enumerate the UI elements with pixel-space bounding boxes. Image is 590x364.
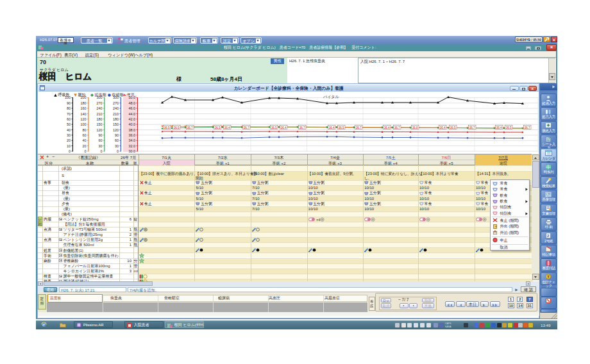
svg-text:270: 270 <box>97 101 103 105</box>
svg-text:140: 140 <box>81 112 87 116</box>
svg-text:34.0: 34.0 <box>129 138 136 142</box>
svg-text:36.5: 36.5 <box>215 126 221 129</box>
svg-text:90: 90 <box>115 133 119 137</box>
svg-text:20: 20 <box>67 138 71 142</box>
svg-text:32.0: 32.0 <box>129 144 136 148</box>
svg-text:120: 120 <box>113 128 119 132</box>
svg-text:60: 60 <box>99 138 103 142</box>
svg-text:240: 240 <box>97 106 103 110</box>
svg-text:48.0: 48.0 <box>129 101 136 105</box>
svg-text:0: 0 <box>101 149 103 153</box>
svg-text:200: 200 <box>81 95 87 99</box>
svg-text:46.0: 46.0 <box>129 106 136 110</box>
svg-text:36.5: 36.5 <box>271 126 277 129</box>
svg-text:100: 100 <box>65 95 71 99</box>
svg-text:36.4: 36.4 <box>329 126 335 129</box>
svg-text:90: 90 <box>99 133 103 137</box>
svg-text:36.5: 36.5 <box>174 126 180 129</box>
svg-text:0: 0 <box>69 149 71 153</box>
svg-text:36.5: 36.5 <box>450 126 456 129</box>
svg-text:60: 60 <box>115 138 119 142</box>
svg-text:300: 300 <box>97 95 103 99</box>
svg-text:36.7: 36.7 <box>299 126 305 129</box>
svg-text:60: 60 <box>83 133 87 137</box>
svg-text:70: 70 <box>67 112 71 116</box>
svg-text:0: 0 <box>85 149 87 153</box>
svg-text:270: 270 <box>113 101 119 105</box>
svg-text:36.7: 36.7 <box>525 126 530 129</box>
svg-text:44.0: 44.0 <box>129 112 136 116</box>
svg-text:20: 20 <box>83 144 87 148</box>
svg-text:36.4: 36.4 <box>440 126 446 129</box>
svg-text:30.0: 30.0 <box>129 149 136 153</box>
svg-text:120: 120 <box>97 128 103 132</box>
svg-text:×4: ×4 <box>316 217 320 221</box>
svg-text:150: 150 <box>113 122 119 126</box>
svg-text:36.5: 36.5 <box>339 126 344 129</box>
svg-text:36.5: 36.5 <box>506 126 512 129</box>
svg-text:36.4: 36.4 <box>224 126 230 129</box>
svg-text:300: 300 <box>113 95 119 99</box>
svg-text:40.0: 40.0 <box>129 122 136 126</box>
svg-text:36.7: 36.7 <box>469 126 475 129</box>
svg-text:38.0: 38.0 <box>129 128 136 132</box>
svg-text:40: 40 <box>83 138 87 142</box>
svg-text:36.0: 36.0 <box>129 133 136 137</box>
svg-text:30: 30 <box>67 133 71 137</box>
svg-text:0: 0 <box>117 149 119 153</box>
svg-text:80: 80 <box>83 128 87 132</box>
svg-text:210: 210 <box>97 112 103 116</box>
svg-text:36.7: 36.7 <box>394 126 400 129</box>
svg-text:36.7: 36.7 <box>356 126 362 129</box>
svg-text:90: 90 <box>67 101 71 105</box>
svg-text:180: 180 <box>81 101 87 105</box>
svg-text:60: 60 <box>67 117 71 121</box>
svg-text:180: 180 <box>97 117 103 121</box>
svg-text:42.0: 42.0 <box>129 117 136 121</box>
svg-text:36.4: 36.4 <box>496 126 502 129</box>
svg-text:36.4: 36.4 <box>384 126 390 129</box>
svg-text:180: 180 <box>113 117 119 121</box>
svg-text:30: 30 <box>99 144 103 148</box>
svg-text:100: 100 <box>81 122 87 126</box>
svg-text:e: e <box>42 322 45 327</box>
svg-text:40: 40 <box>67 128 71 132</box>
svg-text:36.5: 36.5 <box>164 126 170 129</box>
svg-text:50: 50 <box>67 122 71 126</box>
svg-text:120: 120 <box>81 117 87 121</box>
svg-text:36.7: 36.7 <box>244 126 249 129</box>
svg-text:50.0: 50.0 <box>129 95 136 99</box>
svg-text:150: 150 <box>97 122 103 126</box>
svg-text:¥: ¥ <box>548 274 550 279</box>
svg-text:36.8: 36.8 <box>412 126 418 129</box>
svg-text:240: 240 <box>113 106 119 110</box>
svg-text:36.4: 36.4 <box>281 126 287 129</box>
svg-text:160: 160 <box>81 106 87 110</box>
svg-text:10: 10 <box>67 144 71 148</box>
svg-text:バイタル: バイタル <box>323 95 339 99</box>
svg-text:36.7: 36.7 <box>187 126 193 129</box>
svg-text:80: 80 <box>67 106 71 110</box>
svg-text:30: 30 <box>115 144 119 148</box>
svg-text:210: 210 <box>113 112 119 116</box>
